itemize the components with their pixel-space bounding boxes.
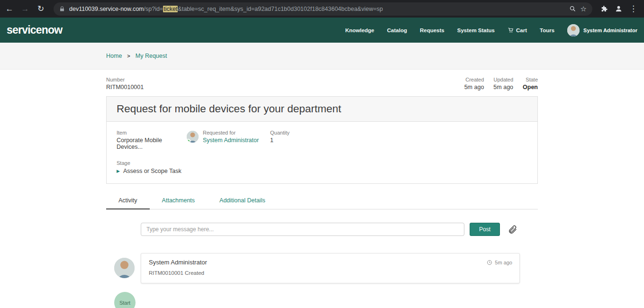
tab-additional-details[interactable]: Additional Details (207, 192, 278, 209)
user-name: System Administrator (583, 27, 637, 33)
updated-value: 5m ago (493, 84, 513, 91)
requested-for-field: Requested for System Administrator (187, 130, 270, 144)
activity-time-text: 5m ago (495, 260, 512, 265)
nav-knowledge[interactable]: Knowledge (345, 27, 374, 33)
clock-icon (487, 260, 492, 265)
tab-activity[interactable]: Activity (106, 192, 150, 209)
stage-text: Assess or Scope Task (123, 168, 181, 174)
stage-field: Stage ▶ Assess or Scope Task (117, 160, 527, 174)
requested-for-label: Requested for (203, 130, 259, 136)
nav-requests[interactable]: Requests (420, 27, 444, 33)
search-icon[interactable] (569, 5, 576, 12)
portal-header: servicenow Knowledge Catalog Requests Sy… (0, 18, 644, 43)
activity-timestamp: 5m ago (487, 260, 512, 265)
ticket-status-group: Created 5m ago Updated 5m ago State Open (464, 77, 538, 91)
nav-tours[interactable]: Tours (540, 27, 554, 33)
browser-toolbar: ← → ↻ dev110039.service-now.com/sp?id=ti… (0, 0, 644, 18)
tab-bar: Activity Attachments Additional Details (106, 192, 538, 209)
start-label: Start (119, 300, 130, 306)
activity-author: System Administrator (149, 259, 207, 266)
updated-group: Updated 5m ago (493, 77, 513, 91)
breadcrumb-chevron-icon: > (127, 53, 130, 59)
url-path-prefix: /sp?id= (144, 6, 163, 12)
tab-attachments[interactable]: Attachments (150, 192, 207, 209)
stage-value[interactable]: ▶ Assess or Scope Task (117, 168, 527, 174)
url-path-suffix: &table=sc_req_item&sys_id=a92ad71c1b0d30… (178, 6, 383, 12)
item-value: Corporate Mobile Devices... (117, 137, 187, 150)
activity-message: RITM0010001 Created (141, 266, 519, 283)
requested-for-link[interactable]: System Administrator (203, 137, 259, 144)
state-badge: Open (523, 84, 538, 91)
lock-icon[interactable] (59, 6, 65, 12)
user-menu[interactable]: System Administrator (567, 24, 637, 36)
state-group: State Open (523, 77, 538, 91)
forward-icon[interactable]: → (20, 5, 30, 13)
start-badge: Start (114, 292, 136, 308)
presence-dot-icon (187, 139, 190, 143)
activity-card: System Administrator 5m ago RITM0010001 … (141, 253, 520, 283)
ticket-meta-row: Number RITM0010001 Created 5m ago Update… (106, 77, 538, 91)
breadcrumb-current[interactable]: My Request (136, 53, 167, 59)
updated-label: Updated (493, 77, 513, 82)
created-value: 5m ago (464, 84, 484, 91)
post-button[interactable]: Post (470, 223, 500, 236)
requested-for-avatar (187, 131, 199, 143)
quantity-value: 1 (270, 137, 290, 144)
profile-icon[interactable] (615, 5, 623, 13)
user-avatar (567, 24, 580, 36)
portal-nav: Knowledge Catalog Requests System Status… (345, 24, 637, 36)
number-value: RITM0010001 (106, 84, 144, 91)
cart-icon (508, 27, 514, 33)
nav-system-status[interactable]: System Status (457, 27, 495, 33)
activity-avatar (114, 258, 135, 278)
url-highlight: ticket (163, 6, 178, 12)
url-text: dev110039.service-now.com/sp?id=ticket&t… (69, 6, 565, 12)
activity-entry: System Administrator 5m ago RITM0010001 … (106, 253, 538, 283)
paperclip-icon[interactable] (508, 225, 517, 235)
breadcrumb-bar: Home > My Request (0, 43, 644, 70)
quantity-field: Quantity 1 (270, 130, 290, 144)
stage-label: Stage (117, 160, 527, 166)
browser-actions: ⋮ (600, 5, 639, 13)
nav-cart-label: Cart (516, 27, 527, 33)
quantity-label: Quantity (270, 130, 290, 136)
bookmark-star-icon[interactable]: ☆ (581, 5, 587, 12)
request-title-panel: Request for mobile devices for your depa… (106, 96, 538, 122)
extensions-icon[interactable] (600, 5, 608, 13)
page-title: Request for mobile devices for your depa… (117, 103, 341, 115)
request-details-panel: Item Corporate Mobile Devices... Request… (106, 122, 538, 184)
nav-cart[interactable]: Cart (508, 27, 527, 33)
nav-catalog[interactable]: Catalog (387, 27, 407, 33)
item-label: Item (117, 130, 187, 136)
stage-expand-triangle-icon[interactable]: ▶ (117, 169, 120, 173)
message-compose-row: Post (106, 223, 538, 236)
message-input[interactable] (141, 223, 464, 236)
created-group: Created 5m ago (464, 77, 484, 91)
back-icon[interactable]: ← (5, 5, 14, 13)
url-domain: dev110039.service-now.com (69, 6, 144, 12)
url-bar[interactable]: dev110039.service-now.com/sp?id=ticket&t… (54, 2, 592, 16)
refresh-icon[interactable]: ↻ (36, 5, 45, 13)
servicenow-logo[interactable]: servicenow (7, 24, 62, 36)
number-label: Number (106, 77, 144, 82)
breadcrumb: Home > My Request (106, 53, 538, 59)
created-label: Created (464, 77, 484, 82)
ticket-page: Number RITM0010001 Created 5m ago Update… (0, 70, 644, 308)
state-label: State (523, 77, 538, 82)
ticket-number-group: Number RITM0010001 (106, 77, 144, 91)
item-field: Item Corporate Mobile Devices... (117, 130, 187, 150)
menu-icon[interactable]: ⋮ (629, 5, 637, 13)
breadcrumb-home[interactable]: Home (106, 53, 122, 59)
